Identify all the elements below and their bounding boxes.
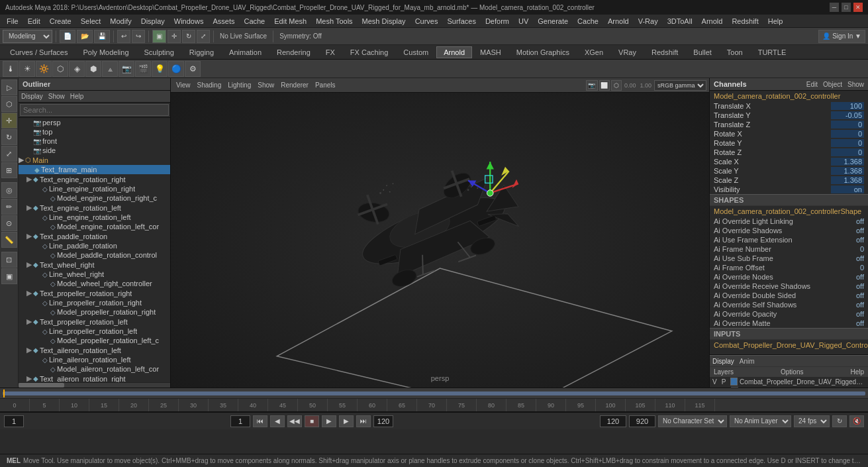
play-btn[interactable]: ▶ (322, 415, 336, 427)
value-sx[interactable]: 1.368 (831, 158, 864, 166)
shape-val-6[interactable]: 0 (860, 264, 864, 272)
tree-item-line-propeller-left[interactable]: ◇ Line_propeller_rotation_left (19, 327, 170, 336)
measure-btn[interactable]: 📏 (1, 232, 17, 248)
cb-menu-object[interactable]: Object (823, 81, 842, 88)
shape-val-9[interactable]: off (856, 291, 864, 299)
tab-animation[interactable]: Animation (222, 46, 269, 58)
menu-curves[interactable]: Curves (411, 16, 442, 26)
tree-item-text-aileron-right[interactable]: ▶ ◆ Text_aileron_rotation_right (19, 374, 170, 382)
cb-menu-edit[interactable]: Edit (806, 81, 818, 88)
tree-item-text-wheel-right[interactable]: ▶ ◆ Text_wheel_right (19, 260, 170, 270)
sculpt-btn[interactable]: ⊙ (1, 215, 17, 231)
shape-val-1[interactable]: off (856, 217, 864, 225)
tab-bullet[interactable]: Bullet (686, 46, 719, 58)
tree-item-text-aileron-left[interactable]: ▶ ◆ Text_aileron_rotation_left (19, 345, 170, 355)
tree-item-model-wheel-right[interactable]: ◇ Model_wheel_right_controller (19, 279, 170, 288)
value-tx[interactable]: 100 (831, 102, 864, 110)
tab-custom[interactable]: Custom (396, 46, 436, 58)
menu-cache2[interactable]: Cache (573, 16, 603, 26)
tab-rendering[interactable]: Rendering (269, 46, 318, 58)
tab-toon[interactable]: Toon (720, 46, 750, 58)
tree-item-side[interactable]: 📷 side (19, 146, 170, 155)
menu-edit[interactable]: Edit (24, 16, 44, 26)
value-vis[interactable]: on (831, 185, 864, 193)
tree-item-model-aileron-left[interactable]: ◇ Model_aileron_rotation_left_cor (19, 364, 170, 374)
tree-item-text-paddle[interactable]: ▶ ◆ Text_paddle_rotation (19, 231, 170, 241)
layers-menu-layers[interactable]: Layers (714, 368, 734, 376)
vp-wire-btn[interactable]: ⬡ (611, 80, 622, 91)
value-ry[interactable]: 0 (831, 139, 864, 147)
tree-item-text-frame-main[interactable]: ◆ Text_frame_main (19, 165, 170, 174)
menu-windows[interactable]: Windows (170, 16, 208, 26)
tab-sculpting[interactable]: Sculpting (137, 46, 181, 58)
tree-item-persp[interactable]: 📷 persp (19, 118, 170, 127)
skip-end-btn[interactable]: ⏭ (356, 415, 371, 427)
tree-item-line-engine-left[interactable]: ◇ Line_engine_rotation_left (19, 213, 170, 222)
value-rz[interactable]: 0 (831, 148, 864, 156)
tab-curves-surfaces[interactable]: Curves / Surfaces (3, 46, 75, 58)
layers-menu-help[interactable]: Help (850, 368, 864, 376)
select-btn[interactable]: ▣ (152, 30, 166, 43)
range-end-input[interactable] (600, 415, 626, 427)
tab-fx[interactable]: FX (318, 46, 342, 58)
stop-btn[interactable]: ■ (305, 415, 319, 427)
value-sz[interactable]: 1.368 (831, 176, 864, 184)
shelf-icon-9[interactable]: 🎬 (135, 61, 151, 77)
audio-btn[interactable]: 🔇 (849, 415, 864, 427)
tab-arnold[interactable]: Arnold (436, 46, 472, 58)
outliner-search-input[interactable] (20, 104, 169, 116)
shape-val-8[interactable]: off (856, 282, 864, 290)
tree-item-line-aileron-left[interactable]: ◇ Line_aileron_rotation_left (19, 355, 170, 364)
shape-val-11[interactable]: off (856, 310, 864, 318)
tab-display[interactable]: Display (712, 358, 734, 365)
value-ty[interactable]: -0.05 (831, 111, 864, 119)
vp-gamma-select[interactable]: sRGB gamma (654, 80, 706, 91)
vp-menu-panels[interactable]: Panels (313, 81, 338, 89)
menu-vray[interactable]: V-Ray (634, 16, 662, 26)
menu-deform[interactable]: Deform (481, 16, 513, 26)
shelf-icon-6[interactable]: ⬢ (85, 61, 101, 77)
minimize-button[interactable]: ─ (830, 3, 839, 12)
tree-item-model-propeller-left[interactable]: ◇ Model_propeller_rotation_left_c (19, 336, 170, 345)
menu-3dtoall[interactable]: 3DToAll (663, 16, 697, 26)
sign-in-btn[interactable]: 👤 Sign In ▼ (818, 30, 865, 43)
shelf-icon-7[interactable]: ⟁ (102, 61, 118, 77)
layer-vis-1[interactable]: V (712, 378, 720, 386)
paint-btn[interactable]: ✏ (1, 199, 17, 215)
tab-vray[interactable]: VRay (611, 46, 644, 58)
menu-editmesh[interactable]: Edit Mesh (270, 16, 311, 26)
move-btn[interactable]: ✛ (168, 30, 181, 43)
scale-btn[interactable]: ⤢ (197, 30, 210, 43)
vp-menu-show[interactable]: Show (255, 81, 277, 89)
shape-val-10[interactable]: off (856, 301, 864, 309)
shape-val-12[interactable]: off (856, 319, 864, 327)
start-frame-input[interactable] (230, 415, 250, 427)
layer-name-1[interactable]: Combat_Propeller_Drone_UAV_Rigged_Geome (740, 378, 865, 386)
menu-arnold[interactable]: Arnold (604, 16, 633, 26)
menu-display[interactable]: Display (137, 16, 169, 26)
save-btn[interactable]: 💾 (94, 30, 110, 43)
undo-btn[interactable]: ↩ (117, 30, 130, 43)
menu-help[interactable]: Help (764, 16, 787, 26)
menu-generate[interactable]: Generate (534, 16, 572, 26)
value-sy[interactable]: 1.368 (831, 167, 864, 175)
range-track[interactable] (3, 391, 865, 395)
vp-menu-view[interactable]: View (173, 81, 193, 89)
menu-meshtools[interactable]: Mesh Tools (312, 16, 356, 26)
menu-redshift[interactable]: Redshift (728, 16, 762, 26)
universal-manip-btn[interactable]: ⊞ (1, 162, 17, 178)
rotate-btn[interactable]: ↻ (182, 30, 195, 43)
menu-create[interactable]: Create (46, 16, 75, 26)
menu-surfaces[interactable]: Surfaces (443, 16, 479, 26)
render-btn[interactable]: ▣ (1, 268, 17, 284)
outliner-scrollbar[interactable] (19, 382, 170, 388)
shelf-icon-2[interactable]: ☀ (19, 61, 35, 77)
tab-motion-graphics[interactable]: Motion Graphics (509, 46, 577, 58)
shelf-icon-5[interactable]: ◈ (69, 61, 85, 77)
open-btn[interactable]: 📂 (77, 30, 93, 43)
shelf-icon-4[interactable]: ⬡ (52, 61, 68, 77)
move-tool-btn[interactable]: ✛ (1, 113, 17, 129)
menu-meshdisplay[interactable]: Mesh Display (358, 16, 410, 26)
menu-cache[interactable]: Cache (240, 16, 269, 26)
menu-modify[interactable]: Modify (106, 16, 135, 26)
